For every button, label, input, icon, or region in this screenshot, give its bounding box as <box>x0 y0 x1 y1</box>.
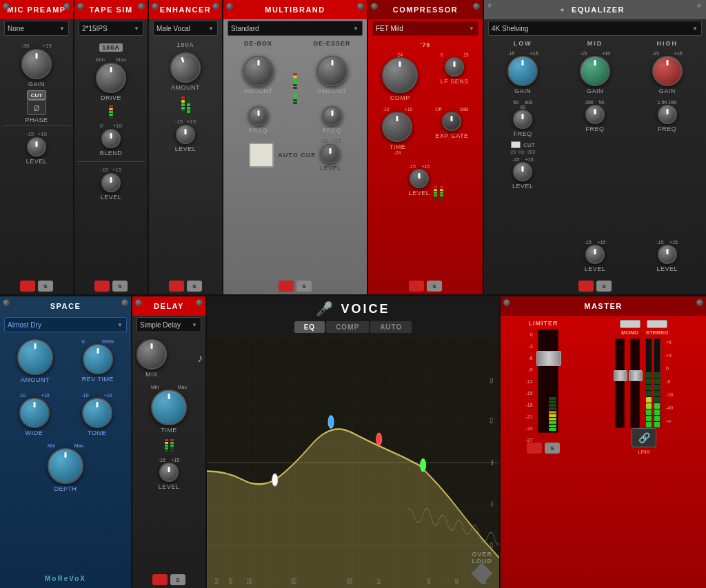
level-knob[interactable] <box>27 137 46 156</box>
power-button[interactable] <box>409 281 424 292</box>
solo-button[interactable]: S <box>112 281 128 292</box>
lf-sens-range: 0 15 <box>441 52 469 57</box>
comp-knob[interactable] <box>382 57 418 93</box>
debox-amount-knob[interactable] <box>243 56 274 86</box>
mid-gain-knob[interactable] <box>580 56 610 86</box>
cut-button[interactable]: CUT <box>27 90 46 100</box>
level-knob[interactable] <box>101 173 121 192</box>
note-icon[interactable]: ♪ <box>197 352 203 365</box>
power-button[interactable] <box>169 281 184 292</box>
master-solo-button[interactable]: S <box>545 443 560 454</box>
desser-freq-knob[interactable] <box>323 106 342 125</box>
right-fader-track[interactable] <box>630 338 640 428</box>
hl-max: +15 <box>669 240 678 245</box>
high-freq-label: FREQ <box>658 125 676 132</box>
screw-tl <box>226 3 233 10</box>
limiter-fader-track[interactable] <box>538 330 558 433</box>
enhancer-content: 180A AMOUNT <box>149 37 222 278</box>
svg-text:12: 12 <box>490 418 493 426</box>
delay-level-knob[interactable] <box>159 463 179 482</box>
tab-eq[interactable]: EQ <box>294 321 325 333</box>
time-knob[interactable] <box>382 112 412 142</box>
solo-button[interactable]: S <box>187 281 202 292</box>
link-button[interactable]: 🔗 <box>632 428 656 447</box>
blend-knob[interactable] <box>101 129 121 148</box>
enhancer-select-wrapper[interactable]: Male Vocal Female Vocal Guitar <box>153 21 218 36</box>
mix-knob[interactable] <box>137 339 167 369</box>
phase-button[interactable]: Ø <box>27 100 46 115</box>
autocue-button[interactable] <box>249 143 274 168</box>
tape-sim-select[interactable]: 2*15IPS 7.5IPS 15IPS <box>79 21 143 36</box>
rt-max: 200% <box>101 339 114 344</box>
stereo-indicator[interactable] <box>647 320 667 328</box>
mix-label: MIX <box>145 371 158 378</box>
desser-amount-knob[interactable] <box>317 56 347 86</box>
low-gain-knob[interactable] <box>507 56 538 86</box>
mic-preamp-select[interactable]: None Warm Bright <box>4 21 69 36</box>
power-button[interactable] <box>20 281 35 292</box>
right-fader-thumb[interactable] <box>629 370 643 381</box>
delay-power-button[interactable] <box>152 574 168 585</box>
enhancer-select[interactable]: Male Vocal Female Vocal Guitar <box>153 21 218 36</box>
low-cut-checkbox[interactable] <box>511 141 521 148</box>
equalizer-select-wrapper[interactable]: 4K Shelving 4K Bell British American <box>488 21 702 36</box>
debox-freq-knob[interactable] <box>249 106 268 125</box>
gain-knob[interactable] <box>21 49 52 79</box>
eq-solo-button[interactable]: S <box>596 281 612 292</box>
solo-button[interactable]: S <box>427 281 442 292</box>
voice-tabs: EQ COMP AUTO <box>294 321 412 333</box>
mono-indicator[interactable] <box>620 320 641 328</box>
mid-freq-knob[interactable] <box>585 105 605 124</box>
tape-sim-select-wrapper[interactable]: 2*15IPS 7.5IPS 15IPS <box>79 21 143 36</box>
left-fader-thumb[interactable] <box>614 370 627 381</box>
vu-meter-r <box>654 338 660 428</box>
level-knob[interactable] <box>321 144 340 163</box>
high-gain-knob[interactable] <box>652 56 683 86</box>
autocue-label: AUTO CUE <box>278 152 316 159</box>
eq-point-white <box>272 474 278 486</box>
wide-knob[interactable] <box>19 398 50 428</box>
delay-select[interactable]: Simple Delay Ping Pong Slapback <box>137 317 201 332</box>
multibrand-select[interactable]: Standard Aggressive Smooth <box>228 21 363 36</box>
multibrand-select-wrapper[interactable]: Standard Aggressive Smooth <box>228 21 363 36</box>
rev-time-knob[interactable] <box>83 344 113 374</box>
delay-solo-button[interactable]: S <box>170 574 185 585</box>
svg-text:-6: -6 <box>490 500 493 509</box>
tone-knob[interactable] <box>82 398 112 428</box>
compressor-badge: '76 <box>420 41 430 48</box>
tab-comp[interactable]: COMP <box>326 321 369 333</box>
space-select-wrapper[interactable]: Almost Dry Small Room Hall <box>4 317 127 332</box>
amount-knob[interactable] <box>17 339 53 375</box>
left-fader-track[interactable] <box>615 338 625 428</box>
power-button[interactable] <box>279 281 294 292</box>
blend-max: +10 <box>113 123 123 129</box>
comp-level-knob[interactable] <box>410 169 429 188</box>
low-level-knob[interactable] <box>513 162 532 181</box>
screw-tr <box>473 3 480 10</box>
comp-label: COMP <box>390 94 410 101</box>
master-power-button[interactable] <box>527 443 542 454</box>
space-select[interactable]: Almost Dry Small Room Hall <box>4 317 127 332</box>
exp-gate-knob[interactable] <box>442 112 461 131</box>
drive-knob[interactable] <box>96 63 126 93</box>
compressor-select-wrapper[interactable]: FET Mild FET Hard VCA Opto <box>372 21 478 36</box>
amount-knob[interactable] <box>166 48 205 87</box>
gain-knob-container: -30 +15 GAIN <box>21 43 52 88</box>
depth-knob[interactable] <box>48 448 83 484</box>
mic-preamp-select-wrapper[interactable]: None Warm Bright <box>4 21 69 36</box>
solo-button[interactable]: S <box>38 281 53 292</box>
level-knob[interactable] <box>176 125 195 144</box>
lf-sens-knob[interactable] <box>445 57 464 77</box>
tab-auto[interactable]: AUTO <box>370 321 412 333</box>
power-button[interactable] <box>94 281 110 292</box>
high-freq-knob[interactable] <box>658 105 677 124</box>
mid-level-knob[interactable] <box>585 245 605 264</box>
high-level-knob[interactable] <box>658 245 677 264</box>
solo-button[interactable]: S <box>296 281 312 292</box>
delay-select-wrapper[interactable]: Simple Delay Ping Pong Slapback <box>137 317 201 332</box>
time-knob[interactable] <box>151 389 187 425</box>
eq-power-button[interactable] <box>578 281 594 292</box>
equalizer-select[interactable]: 4K Shelving 4K Bell British American <box>488 21 702 36</box>
low-freq-knob[interactable] <box>513 110 532 129</box>
compressor-select[interactable]: FET Mild FET Hard VCA Opto <box>372 21 478 36</box>
